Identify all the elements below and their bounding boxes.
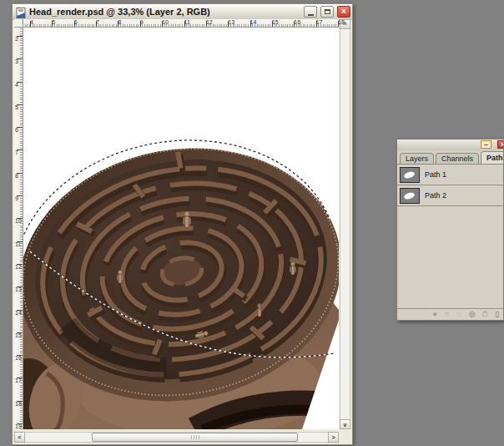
maximize-icon [325, 9, 330, 14]
ruler-tick-label: 8 [14, 173, 23, 195]
ruler-tick-label: 17 [316, 19, 338, 27]
tab-layers[interactable]: Layers [400, 153, 434, 164]
document-titlebar[interactable]: Head_render.psd @ 33,3% (Layer 2, RGB) × [13, 4, 352, 20]
ruler-tick-label: 4 [30, 19, 52, 27]
ruler-corner [14, 19, 23, 28]
palette-tabs: Layers Channels Paths [397, 150, 503, 165]
minimize-button[interactable] [304, 6, 317, 18]
close-icon: × [341, 8, 346, 16]
fill-path-button[interactable]: ● [433, 311, 437, 318]
horizontal-scroll-thumb[interactable] [92, 433, 298, 442]
ruler-tick-label: 11 [184, 19, 206, 27]
path-row-1[interactable]: Path 1 [397, 165, 503, 185]
head-maze-render [23, 28, 339, 429]
path-name: Path 2 [425, 191, 446, 200]
ruler-tick-label: 9 [140, 19, 162, 27]
ruler-tick-label: 9 [14, 195, 23, 218]
ruler-tick-label: 14 [250, 19, 272, 27]
palette-body: Path 1 Path 2 [397, 165, 503, 206]
load-path-as-selection-button[interactable]: ◌ [456, 311, 461, 318]
desktop-background: Head_render.psd @ 33,3% (Layer 2, RGB) ×… [0, 0, 504, 446]
down-arrow-icon: v [344, 422, 347, 428]
ruler-tick-label: 17 [14, 378, 23, 400]
scroll-right-button[interactable]: > [328, 432, 339, 443]
tab-paths[interactable]: Paths [481, 151, 504, 164]
ruler-tick-label: 7 [96, 19, 118, 27]
paths-palette: – × Layers Channels Paths Path 1 Path 2 [396, 139, 504, 321]
ruler-tick-label: 12 [206, 19, 228, 27]
scroll-down-button[interactable]: v [340, 419, 350, 429]
path-row-2[interactable]: Path 2 [397, 185, 503, 206]
ruler-tick-label: 13 [14, 286, 23, 309]
oval-path-icon [403, 170, 416, 180]
palette-collapse-button[interactable]: – [481, 140, 491, 149]
scroll-thumb-grip-icon [191, 435, 199, 439]
create-new-path-button[interactable]: □ [483, 311, 487, 318]
document-title: Head_render.psd @ 33,3% (Layer 2, RGB) [29, 7, 300, 17]
vertical-scrollbar[interactable]: ^ v [340, 19, 350, 429]
ruler-horizontal: 456789101112131415161718 [23, 19, 339, 28]
stroke-path-button[interactable]: ○ [445, 311, 449, 318]
oval-path-icon [403, 191, 416, 200]
ruler-tick-label: 15 [272, 19, 294, 27]
ruler-tick-label: 11 [14, 241, 23, 264]
ruler-tick-label: 16 [294, 19, 315, 27]
ruler-tick-label: 10 [162, 19, 184, 27]
palette-footer: ● ○ ◌ ◎ □ ▯ [397, 308, 503, 320]
ruler-tick-label: 6 [14, 127, 23, 150]
ruler-tick-label: 2 [14, 36, 23, 58]
ruler-vertical: 2345678910111213141516171819 [14, 28, 23, 429]
delete-path-button[interactable]: ▯ [495, 311, 499, 318]
maximize-button[interactable] [320, 6, 334, 18]
ruler-tick-label: 18 [14, 401, 23, 423]
ruler-tick-label: 16 [14, 355, 23, 378]
right-arrow-icon: > [331, 434, 335, 440]
ruler-tick-label: 7 [14, 150, 23, 172]
ruler-tick-label: 6 [74, 19, 96, 27]
ruler-tick-label: 4 [14, 82, 23, 104]
document-window: Head_render.psd @ 33,3% (Layer 2, RGB) ×… [12, 3, 353, 445]
ruler-tick-label: 18 [338, 19, 360, 27]
canvas[interactable] [23, 28, 339, 429]
close-button[interactable]: × [337, 6, 350, 18]
palette-titlebar[interactable]: – × [397, 139, 503, 150]
make-work-path-button[interactable]: ◎ [469, 311, 476, 318]
psd-document-icon [16, 7, 27, 18]
ruler-tick-label: 19 [14, 423, 23, 446]
minimize-icon [308, 14, 314, 16]
path-thumbnail[interactable] [400, 188, 420, 204]
horizontal-scrollbar[interactable]: < > [14, 432, 339, 443]
ruler-tick-label: 12 [14, 264, 23, 286]
ruler-tick-label: 13 [228, 19, 249, 27]
tab-channels[interactable]: Channels [436, 153, 479, 164]
ruler-tick-label: 15 [14, 332, 23, 355]
path-thumbnail[interactable] [400, 167, 420, 183]
ruler-tick-label: 5 [14, 104, 23, 127]
ruler-tick-label: 10 [14, 218, 23, 241]
palette-close-button[interactable]: × [497, 140, 504, 149]
path-name: Path 1 [425, 170, 446, 179]
ruler-tick-label: 5 [52, 19, 73, 27]
ruler-tick-label: 3 [14, 58, 23, 81]
ruler-tick-label: 14 [14, 310, 23, 332]
ruler-tick-label: 8 [118, 19, 139, 27]
